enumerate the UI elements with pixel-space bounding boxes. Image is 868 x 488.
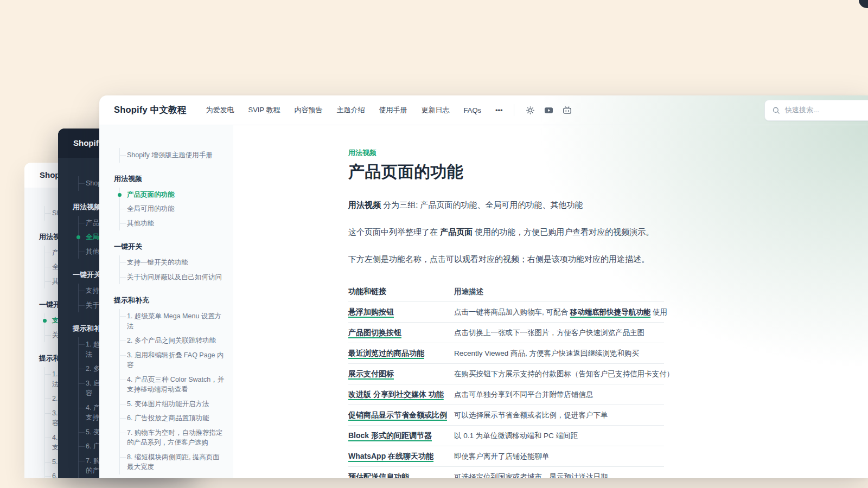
sidebar-entry[interactable]: 8. 缩短模块两侧间距, 提高页面最大宽度 [114,450,226,474]
nav-item[interactable]: 为爱发电 [206,105,234,115]
doc-sidebar-nav: Shopify 增强版主题使用手册 用法视频 产品页面的功能 全局可用的功能 其… [99,125,233,478]
main-nav: 为爱发电 SVIP 教程 内容预告 主题介绍 使用手册 更新日志 FAQs ••… [206,105,502,115]
sidebar-entry[interactable]: 4. 产品页三种 Color Swatch，并支持移动端滑动查看 [114,373,226,397]
feature-link[interactable]: WhatsApp 在线聊天功能 [348,452,433,460]
nav-item[interactable]: ••• [495,106,503,114]
table-row: 最近浏览过的商品功能 Recently Viewed 商品, 方便客户快速返回继… [348,343,664,363]
doc-content: 用法视频 产品页面的功能 用法视频 分为三组: 产品页面的功能、全局可用的功能、… [348,125,664,478]
sidebar-entry[interactable]: 产品页面的功能 [114,188,226,202]
feature-link[interactable]: Block 形式的间距调节器 [348,431,432,440]
category-eyebrow: 用法视频 [348,148,664,158]
feature-desc: Recently Viewed 商品, 方便客户快速返回继续浏览和购买 [454,349,664,358]
col-header-feature: 功能和链接 [348,287,454,297]
feature-desc: 以 0.1 为单位微调移动端和 PC 端间距 [454,431,664,441]
doc-sidebar: Shopify 增强版主题使用手册 用法视频 产品页面的功能 全局可用的功能 其… [99,125,233,478]
site-header: Shopify 中文教程 为爱发电 SVIP 教程 内容预告 主题介绍 使用手册… [99,95,868,125]
window-body: Shopify 增强版主题使用手册 用法视频 产品页面的功能 全局可用的功能 其… [99,125,868,478]
feature-link[interactable]: 产品图切换按钮 [348,328,401,337]
sidebar-entry[interactable]: 其他功能 [114,216,226,231]
nav-item[interactable]: SVIP 教程 [248,105,280,115]
search-placeholder: 快速搜索... [785,105,819,115]
sidebar-entry[interactable]: 支持一键开关的功能 [114,255,226,270]
nav-item[interactable]: 使用手册 [379,105,407,115]
theme-toggle-sun-icon[interactable] [523,102,538,118]
feature-desc: 在购买按钮下方展示支持的付款图标（告知客户已支持信用卡支付） [454,369,674,379]
feature-desc: 点击可单独分享到不同平台并附带店铺信息 [454,390,664,400]
table-row: 预估配送信息功能 可选择定位到国家或者城市，显示预计送达日期 [348,466,664,478]
sidebar-entry[interactable]: 提示和补充 [114,296,226,305]
features-table: 功能和链接 用途描述 悬浮加购按钮 点击一键将商品加入购物车, 可配合 移动端底… [348,282,664,478]
site-logo[interactable]: Shopify 中文教程 [114,104,186,116]
intro-paragraph-2: 这个页面中列举整理了在 产品页面 使用的功能，方便已购用户查看对应的视频演示。 [348,226,664,239]
nav-item[interactable]: 内容预告 [295,105,323,115]
feature-link[interactable]: 悬浮加购按钮 [348,307,394,316]
feature-link[interactable]: 最近浏览过的商品功能 [348,349,424,357]
sidebar-entry[interactable]: 6. 广告投放之商品置顶功能 [114,411,226,426]
table-row: WhatsApp 在线聊天功能 即使客户离开了店铺还能聊单 [348,446,664,466]
sidebar-entry[interactable]: 一键开关 [114,242,226,252]
sidebar-entry[interactable]: 2. 多个产品之间关联跳转功能 [114,333,226,348]
header-icons [523,102,575,118]
sidebar-entry[interactable]: 5. 变体图片组功能开启方法 [114,397,226,412]
table-row: 改进版 分享到社交媒体 功能 点击可单独分享到不同平台并附带店铺信息 [348,384,664,404]
page-background: Shopify 中文教程 Shopify 增强版主题使用手册 用法视频 产品页面… [0,0,868,488]
table-row: 展示支付图标 在购买按钮下方展示支持的付款图标（告知客户已支持信用卡支付） [348,363,664,384]
intro-paragraph-1: 用法视频 分为三组: 产品页面的功能、全局可用的功能、其他功能 [348,198,664,211]
feature-link[interactable]: 促销商品显示节省金额或比例 [348,410,447,419]
col-header-desc: 用途描述 [454,287,664,297]
sidebar-entry[interactable]: Shopify 增强版主题使用手册 [114,148,226,163]
nav-item[interactable]: 主题介绍 [337,105,365,115]
header-divider [514,104,514,116]
sidebar-entry[interactable]: 用法视频 [114,174,226,184]
page-title: 产品页面的功能 [348,162,664,182]
background-window-corner [859,0,868,8]
table-row: 悬浮加购按钮 点击一键将商品加入购物车, 可配合 移动端底部快捷导航功能 使用 [348,301,664,322]
sidebar-entry[interactable]: 7. 购物车为空时，自动推荐指定的产品系列，方便客户选购 [114,426,226,450]
sidebar-entry[interactable]: 关于访问屏蔽以及自己如何访问 [114,270,226,285]
search-input[interactable]: 快速搜索... [764,100,868,121]
feature-desc: 即使客户离开了店铺还能聊单 [454,452,664,461]
intro-paragraph-3: 下方左侧是功能名称，点击可以观看对应的视频；右侧是该项功能对应的用途描述。 [348,253,664,266]
table-row: 促销商品显示节省金额或比例 可以选择展示节省金额或者比例，促进客户下单 [348,404,664,425]
table-row: 产品图切换按钮 点击切换上一张或下一张图片，方便客户快速浏览产品主图 [348,322,664,343]
feature-link[interactable]: 改进版 分享到社交媒体 功能 [348,390,444,399]
feature-desc: 点击一键将商品加入购物车, 可配合 移动端底部快捷导航功能 使用 [454,307,667,317]
feature-desc: 可选择定位到国家或者城市，显示预计送达日期 [454,472,664,479]
sidebar-entry[interactable]: 1. 超级菜单 Mega Menu 设置方法 [114,309,226,333]
feature-link[interactable]: 展示支付图标 [348,369,394,378]
sidebar-entry[interactable]: 全局可用的功能 [114,202,226,216]
main-window: Shopify 中文教程 为爱发电 SVIP 教程 内容预告 主题介绍 使用手册… [99,95,868,478]
desc-inline-link[interactable]: 移动端底部快捷导航功能 [570,308,651,316]
feature-desc: 可以选择展示节省金额或者比例，促进客户下单 [454,410,664,420]
feature-desc: 点击切换上一张或下一张图片，方便客户快速浏览产品主图 [454,328,664,338]
sidebar-entry[interactable]: 3. 启用和编辑折叠 FAQ Page 内容 [114,348,226,373]
table-header-row: 功能和链接 用途描述 [348,282,664,301]
nav-item[interactable]: FAQs [464,106,482,114]
search-icon [772,106,780,114]
table-row: Block 形式的间距调节器 以 0.1 为单位微调移动端和 PC 端间距 [348,425,664,446]
bilibili-icon[interactable] [560,102,575,118]
nav-item[interactable]: 更新日志 [422,105,450,115]
feature-link[interactable]: 预估配送信息功能 [348,472,409,478]
youtube-icon[interactable] [541,102,557,118]
